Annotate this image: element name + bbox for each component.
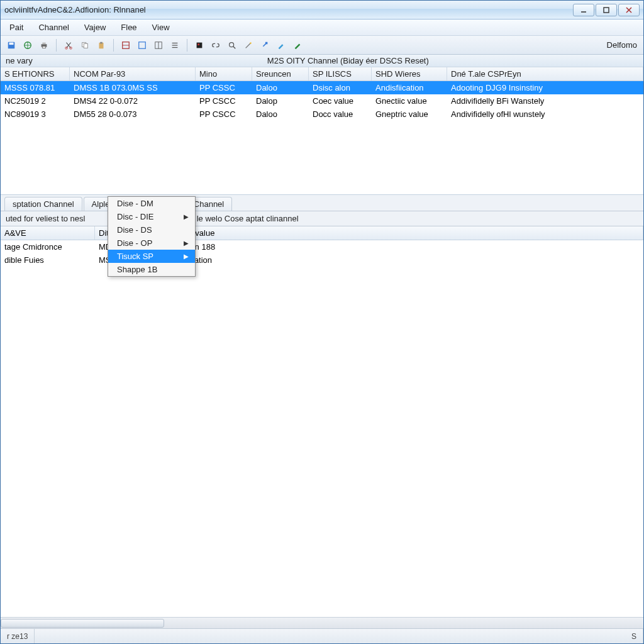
col-header[interactable]: SHD Wieres [372, 67, 447, 80]
tool-print-icon[interactable] [37, 38, 51, 52]
table-row[interactable]: tage CmidronceMDDévision 188 [1, 240, 643, 253]
upper-grid: S EHTIONRS NCOM Par-93 Mino Sreuncen SP … [1, 67, 643, 194]
table-cell: Addivifidelly BFi Wanstely [447, 94, 643, 108]
title-bar: oclviinltfvAdneC&2.Adfionion: Rlnnanel [1, 1, 643, 19]
col-header[interactable]: A&VE [1, 226, 95, 240]
table-cell: Docc value [309, 108, 372, 121]
tool-cut-icon[interactable] [62, 38, 75, 52]
dropdown-item-label: Dise - OP [117, 238, 152, 248]
table-cell: MSSS 078.81 [1, 81, 70, 94]
tool-grid3-icon[interactable] [152, 38, 165, 52]
dropdown-menu[interactable]: Dise - DMDisc - DIE▶Dise - DSDise - OP▶T… [108, 196, 196, 277]
tool-grid1-icon[interactable] [119, 38, 133, 52]
table-row[interactable]: dible FuiesMSDiisthication [1, 253, 643, 267]
menu-channel[interactable]: Channel [36, 21, 71, 33]
status-bar: r ze13 S [1, 628, 643, 643]
toolbar-separator [187, 39, 187, 52]
dropdown-item[interactable]: Disc - DIE▶ [108, 210, 195, 223]
maximize-button[interactable] [596, 4, 617, 16]
svg-rect-9 [42, 46, 45, 48]
menu-bar: Pait Channel Vajew Flee View [1, 19, 643, 36]
tool-globe-icon[interactable] [21, 38, 35, 52]
svg-point-29 [250, 42, 252, 44]
tool-zoom-icon[interactable] [225, 38, 239, 52]
dropdown-item-label: Disc - DIE [117, 212, 154, 221]
table-cell: Gneptric value [372, 108, 447, 121]
tool-grid2-icon[interactable] [135, 38, 149, 52]
dropdown-item[interactable]: Dise - DM [108, 197, 195, 210]
table-cell: DM55 28 0-0.073 [70, 108, 196, 121]
dropdown-item[interactable]: Tisuck SP▶ [108, 250, 195, 263]
menu-flee[interactable]: Flee [118, 21, 139, 33]
table-row[interactable]: MSSS 078.81DMSS 1B 073.0MS SSPP CSSCDalo… [1, 81, 643, 94]
table-cell: Diisthication [164, 253, 643, 267]
info-left: uted for veliest to nesl [6, 214, 85, 223]
lower-tabs: sptation Channel Alple Dsivn Intustly Ch… [1, 195, 643, 211]
table-cell: PP CSSC [196, 81, 252, 94]
table-row[interactable]: NC89019 3DM55 28 0-0.073PP CSCCDalooDocc… [1, 108, 643, 121]
col-header[interactable]: NCOM Par-93 [70, 67, 196, 80]
tool-copy-icon[interactable] [78, 38, 92, 52]
tool-link-icon[interactable] [209, 38, 223, 52]
chevron-right-icon: ▶ [184, 253, 189, 260]
svg-rect-25 [197, 43, 199, 45]
lower-grid-body: tage CmidronceMDDévision 188dible FuiesM… [1, 240, 643, 267]
table-cell: tage Cmidronce [1, 240, 95, 253]
tool-disk-icon[interactable] [4, 38, 18, 52]
menu-pait[interactable]: Pait [7, 21, 26, 33]
svg-rect-5 [9, 42, 14, 45]
tool-list-icon[interactable] [168, 38, 182, 52]
caption-center: M2S OITY Channel (Biday éer DSCS Reset) [58, 56, 638, 65]
scrollbar-thumb[interactable] [1, 619, 164, 628]
tool-storage-icon[interactable] [192, 38, 206, 52]
tool-plug-icon[interactable] [258, 38, 272, 52]
table-cell: Dalop [252, 94, 309, 108]
menu-view[interactable]: View [150, 21, 172, 33]
col-header[interactable]: S EHTIONRS [1, 67, 70, 80]
info-right: le welo Cose aptat clinannel [197, 214, 299, 223]
table-cell: dible Fuies [1, 253, 95, 267]
col-header[interactable]: Sreuncen [252, 67, 309, 80]
tool-wand-icon[interactable] [242, 38, 255, 52]
svg-line-27 [233, 46, 236, 48]
lower-info-line: uted for veliest to nesl le welo Cose ap… [1, 211, 643, 226]
dropdown-item[interactable]: Dise - DS [108, 223, 195, 236]
dropdown-item[interactable]: Shappe 1B [108, 263, 195, 276]
caption-left: ne vary [6, 56, 58, 65]
tab-sptation-channel[interactable]: sptation Channel [4, 197, 82, 211]
col-header[interactable]: Mino [196, 67, 252, 80]
dropdown-item-label: Shappe 1B [117, 265, 157, 274]
table-cell: Dsisc alon [309, 81, 372, 94]
table-row[interactable]: NC25019 2DMS4 22 0-0.072PP CSCCDalopCoec… [1, 94, 643, 108]
minimize-button[interactable] [573, 4, 594, 16]
toolbar-separator [56, 39, 57, 52]
col-header[interactable]: SP ILISCS [309, 67, 372, 80]
horizontal-scrollbar[interactable] [1, 617, 643, 628]
table-cell: Andisfiication [372, 81, 447, 94]
menu-vajew[interactable]: Vajew [82, 21, 108, 33]
col-header[interactable]: Dné T.ale CSPrEyn [447, 67, 643, 80]
close-button[interactable] [618, 4, 640, 16]
dropdown-item-label: Dise - DM [117, 199, 153, 208]
upper-grid-body: MSSS 078.81DMSS 1B 073.0MS SSPP CSSCDalo… [1, 81, 643, 194]
table-cell: Coec value [309, 94, 372, 108]
status-left: r ze13 [1, 629, 35, 643]
tool-brush-icon[interactable] [274, 38, 288, 52]
svg-rect-1 [604, 8, 609, 13]
dropdown-item-label: Dise - DS [117, 225, 152, 235]
table-cell: PP CSCC [196, 108, 252, 121]
table-cell: DMS4 22 0-0.072 [70, 94, 196, 108]
col-header[interactable]: Adlacd value [164, 226, 643, 240]
toolbar: Delfomo [1, 36, 643, 55]
tool-pen-icon[interactable] [291, 38, 304, 52]
chevron-right-icon: ▶ [184, 213, 189, 220]
dropdown-item[interactable]: Dise - OP▶ [108, 236, 195, 250]
svg-rect-8 [42, 42, 45, 44]
table-cell: Adooting DJG9 Insinstiny [447, 81, 643, 94]
table-cell: NC89019 3 [1, 108, 70, 121]
tool-paste-icon[interactable] [94, 38, 108, 52]
svg-rect-30 [265, 42, 268, 44]
upper-caption: ne vary M2S OITY Channel (Biday éer DSCS… [1, 55, 643, 67]
upper-grid-header: S EHTIONRS NCOM Par-93 Mino Sreuncen SP … [1, 67, 643, 81]
table-cell: PP CSCC [196, 94, 252, 108]
